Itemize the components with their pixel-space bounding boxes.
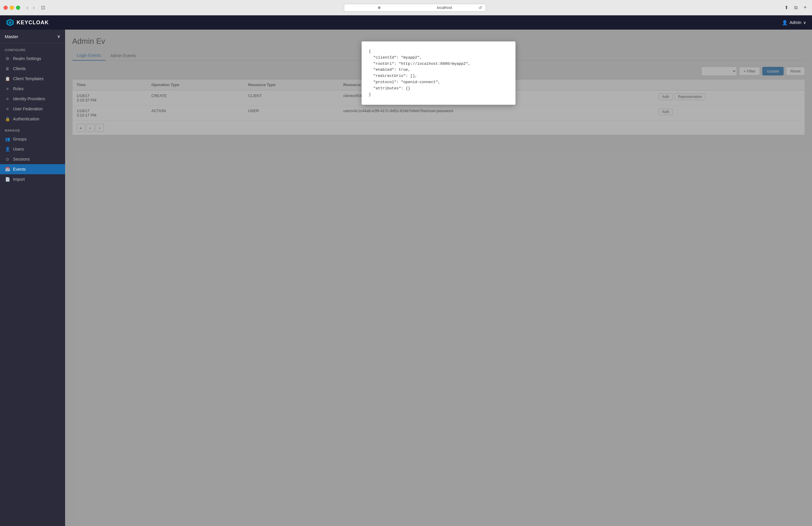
sidebar-item-user-federation[interactable]: ≡ User Federation — [0, 104, 65, 114]
user-menu[interactable]: 👤 Admin ∨ — [782, 20, 806, 26]
authentication-icon: 🔒 — [5, 117, 10, 121]
user-label: Admin — [789, 20, 801, 25]
address-bar[interactable]: ⊕ localhost ↺ — [344, 4, 486, 12]
keycloak-logo-icon — [6, 18, 14, 27]
sidebar-item-label: User Federation — [13, 106, 43, 111]
sidebar-item-authentication[interactable]: 🔒 Authentication — [0, 114, 65, 124]
address-circle-icon: ⊕ — [348, 5, 411, 10]
logo-text: KEYCLOAK — [17, 19, 49, 26]
configure-section-label: Configure — [0, 43, 65, 54]
import-icon: 📄 — [5, 177, 10, 182]
sidebar-item-realm-settings[interactable]: ⚙ Realm Settings — [0, 54, 65, 63]
clients-icon: 🖥 — [5, 66, 10, 71]
sidebar-item-label: Authentication — [13, 117, 39, 121]
sidebar-item-clients[interactable]: 🖥 Clients — [0, 63, 65, 74]
app-shell: KEYCLOAK 👤 Admin ∨ Master ∨ Configure ⚙ … — [0, 15, 812, 526]
sidebar-item-label: Events — [13, 167, 26, 172]
share-button[interactable]: ⬆ — [783, 4, 790, 11]
client-templates-icon: 📋 — [5, 76, 10, 81]
sidebar-item-label: Sessions — [13, 157, 30, 162]
sidebar-item-sessions[interactable]: ⊙ Sessions — [0, 154, 65, 164]
reload-button[interactable]: ↺ — [478, 5, 482, 10]
forward-button[interactable]: › — [31, 4, 36, 11]
user-chevron-icon: ∨ — [803, 20, 806, 25]
browser-chrome: ‹ › ⊡ ⊕ localhost ↺ ⬆ ⧉ + — [0, 0, 812, 15]
realm-selector[interactable]: Master ∨ — [0, 30, 65, 43]
users-icon: 👤 — [5, 147, 10, 151]
events-icon: 📅 — [5, 167, 10, 172]
sidebar-item-label: Client Templates — [13, 76, 44, 81]
sidebar-item-client-templates[interactable]: 📋 Client Templates — [0, 74, 65, 84]
sidebar-item-roles[interactable]: ≡ Roles — [0, 84, 65, 94]
new-tab-button[interactable]: + — [802, 4, 809, 11]
sidebar-item-label: Groups — [13, 137, 27, 142]
address-bar-wrap: ⊕ localhost ↺ — [50, 4, 780, 12]
roles-icon: ≡ — [5, 86, 10, 91]
realm-settings-icon: ⚙ — [5, 56, 10, 61]
user-icon: 👤 — [782, 20, 788, 26]
sidebar: Master ∨ Configure ⚙ Realm Settings 🖥 Cl… — [0, 30, 65, 526]
address-text: localhost — [413, 5, 476, 10]
sidebar-item-label: Roles — [13, 86, 24, 91]
sidebar-item-label: Import — [13, 177, 25, 182]
identity-providers-icon: ≡ — [5, 97, 10, 101]
close-button[interactable] — [3, 5, 8, 10]
logo-area: KEYCLOAK — [6, 18, 49, 27]
realm-chevron-icon: ∨ — [57, 34, 60, 39]
tab-view-button[interactable]: ⊡ — [39, 4, 47, 11]
minimize-button[interactable] — [10, 5, 14, 10]
groups-icon: 👥 — [5, 137, 10, 142]
sidebar-item-label: Realm Settings — [13, 56, 41, 61]
maximize-button[interactable] — [16, 5, 20, 10]
main-layout: Master ∨ Configure ⚙ Realm Settings 🖥 Cl… — [0, 30, 812, 526]
realm-name: Master — [5, 34, 18, 39]
traffic-lights — [3, 5, 20, 10]
sidebar-item-events[interactable]: 📅 Events — [0, 164, 65, 174]
manage-section-label: Manage — [0, 124, 65, 134]
sidebar-item-label: Clients — [13, 66, 26, 71]
json-content: { "clientId": "myapp2", "rootUrl": "http… — [369, 48, 508, 98]
sidebar-item-users[interactable]: 👤 Users — [0, 144, 65, 154]
browser-actions: ⬆ ⧉ + — [783, 4, 809, 11]
modal-overlay[interactable]: { "clientId": "myapp2", "rootUrl": "http… — [65, 30, 812, 526]
sidebar-item-label: Identity Providers — [13, 97, 45, 101]
back-button[interactable]: ‹ — [25, 4, 30, 11]
resize-button[interactable]: ⧉ — [793, 4, 799, 11]
sidebar-item-groups[interactable]: 👥 Groups — [0, 134, 65, 144]
nav-buttons: ‹ › — [25, 4, 37, 11]
sidebar-item-identity-providers[interactable]: ≡ Identity Providers — [0, 94, 65, 104]
sessions-icon: ⊙ — [5, 157, 10, 162]
top-nav: KEYCLOAK 👤 Admin ∨ — [0, 15, 812, 30]
content-area: Admin Ev Login Events Admin Events + Fil… — [65, 30, 812, 526]
json-modal: { "clientId": "myapp2", "rootUrl": "http… — [362, 41, 516, 105]
user-federation-icon: ≡ — [5, 106, 10, 111]
sidebar-item-import[interactable]: 📄 Import — [0, 174, 65, 184]
sidebar-item-label: Users — [13, 147, 24, 151]
